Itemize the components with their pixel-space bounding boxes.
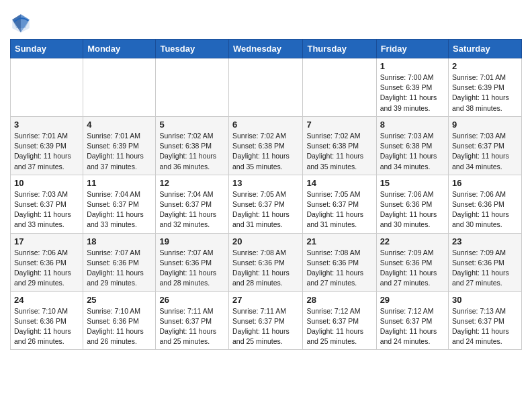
calendar-cell: 8Sunrise: 7:03 AM Sunset: 6:38 PM Daylig… — [376, 116, 448, 175]
day-number: 18 — [87, 236, 152, 246]
calendar-cell: 9Sunrise: 7:03 AM Sunset: 6:37 PM Daylig… — [449, 116, 522, 175]
day-number: 24 — [14, 295, 79, 305]
calendar-cell: 5Sunrise: 7:02 AM Sunset: 6:38 PM Daylig… — [156, 116, 229, 175]
day-number: 9 — [452, 120, 518, 130]
day-number: 17 — [14, 236, 79, 246]
day-number: 23 — [452, 236, 518, 246]
calendar-week-row: 24Sunrise: 7:10 AM Sunset: 6:36 PM Dayli… — [11, 291, 522, 350]
calendar-cell: 4Sunrise: 7:01 AM Sunset: 6:39 PM Daylig… — [83, 116, 156, 175]
calendar-week-row: 10Sunrise: 7:03 AM Sunset: 6:37 PM Dayli… — [11, 175, 522, 233]
day-number: 30 — [452, 295, 518, 305]
page: SundayMondayTuesdayWednesdayThursdayFrid… — [0, 0, 532, 360]
calendar-week-row: 1Sunrise: 7:00 AM Sunset: 6:39 PM Daylig… — [11, 58, 522, 117]
calendar-cell: 1Sunrise: 7:00 AM Sunset: 6:39 PM Daylig… — [376, 58, 448, 117]
day-number: 10 — [14, 178, 79, 188]
day-number: 27 — [232, 295, 299, 305]
calendar-cell: 11Sunrise: 7:04 AM Sunset: 6:37 PM Dayli… — [83, 175, 156, 233]
day-number: 11 — [87, 178, 152, 188]
calendar-table: SundayMondayTuesdayWednesdayThursdayFrid… — [10, 39, 522, 350]
calendar-cell: 23Sunrise: 7:09 AM Sunset: 6:36 PM Dayli… — [449, 233, 522, 291]
day-info: Sunrise: 7:06 AM Sunset: 6:36 PM Dayligh… — [380, 189, 445, 230]
calendar-cell: 13Sunrise: 7:05 AM Sunset: 6:37 PM Dayli… — [229, 175, 303, 233]
day-number: 2 — [452, 61, 518, 71]
day-info: Sunrise: 7:08 AM Sunset: 6:36 PM Dayligh… — [232, 248, 299, 289]
calendar-cell: 27Sunrise: 7:11 AM Sunset: 6:37 PM Dayli… — [229, 291, 303, 350]
day-number: 5 — [159, 120, 225, 130]
day-info: Sunrise: 7:12 AM Sunset: 6:37 PM Dayligh… — [306, 306, 372, 347]
day-number: 13 — [232, 178, 299, 188]
day-info: Sunrise: 7:03 AM Sunset: 6:37 PM Dayligh… — [14, 189, 79, 230]
calendar-cell — [303, 58, 376, 117]
weekday-header-wednesday: Wednesday — [229, 40, 303, 58]
day-info: Sunrise: 7:08 AM Sunset: 6:36 PM Dayligh… — [306, 248, 372, 289]
day-info: Sunrise: 7:06 AM Sunset: 6:36 PM Dayligh… — [452, 189, 518, 230]
day-number: 21 — [306, 236, 372, 246]
day-info: Sunrise: 7:06 AM Sunset: 6:36 PM Dayligh… — [14, 248, 79, 289]
day-info: Sunrise: 7:11 AM Sunset: 6:37 PM Dayligh… — [159, 306, 225, 347]
calendar-cell: 19Sunrise: 7:07 AM Sunset: 6:36 PM Dayli… — [156, 233, 229, 291]
calendar-cell: 26Sunrise: 7:11 AM Sunset: 6:37 PM Dayli… — [156, 291, 229, 350]
day-number: 1 — [380, 61, 445, 71]
day-info: Sunrise: 7:01 AM Sunset: 6:39 PM Dayligh… — [14, 131, 79, 172]
day-number: 16 — [452, 178, 518, 188]
calendar-cell: 12Sunrise: 7:04 AM Sunset: 6:37 PM Dayli… — [156, 175, 229, 233]
calendar-cell: 24Sunrise: 7:10 AM Sunset: 6:36 PM Dayli… — [11, 291, 83, 350]
day-info: Sunrise: 7:03 AM Sunset: 6:37 PM Dayligh… — [452, 131, 518, 172]
day-info: Sunrise: 7:02 AM Sunset: 6:38 PM Dayligh… — [306, 131, 372, 172]
day-number: 29 — [380, 295, 445, 305]
calendar-cell: 15Sunrise: 7:06 AM Sunset: 6:36 PM Dayli… — [376, 175, 448, 233]
day-number: 14 — [306, 178, 372, 188]
day-info: Sunrise: 7:10 AM Sunset: 6:36 PM Dayligh… — [14, 306, 79, 347]
calendar-cell: 22Sunrise: 7:09 AM Sunset: 6:36 PM Dayli… — [376, 233, 448, 291]
calendar-cell — [229, 58, 303, 117]
header — [10, 7, 522, 34]
weekday-header-tuesday: Tuesday — [156, 40, 229, 58]
calendar-cell: 29Sunrise: 7:12 AM Sunset: 6:37 PM Dayli… — [376, 291, 448, 350]
day-info: Sunrise: 7:02 AM Sunset: 6:38 PM Dayligh… — [159, 131, 225, 172]
calendar-cell: 17Sunrise: 7:06 AM Sunset: 6:36 PM Dayli… — [11, 233, 83, 291]
weekday-header-thursday: Thursday — [303, 40, 376, 58]
calendar-cell: 20Sunrise: 7:08 AM Sunset: 6:36 PM Dayli… — [229, 233, 303, 291]
day-number: 12 — [159, 178, 225, 188]
calendar-cell: 10Sunrise: 7:03 AM Sunset: 6:37 PM Dayli… — [11, 175, 83, 233]
calendar-cell: 7Sunrise: 7:02 AM Sunset: 6:38 PM Daylig… — [303, 116, 376, 175]
day-info: Sunrise: 7:09 AM Sunset: 6:36 PM Dayligh… — [380, 248, 445, 289]
day-number: 7 — [306, 120, 372, 130]
day-info: Sunrise: 7:12 AM Sunset: 6:37 PM Dayligh… — [380, 306, 445, 347]
day-info: Sunrise: 7:02 AM Sunset: 6:38 PM Dayligh… — [232, 131, 299, 172]
calendar-cell: 2Sunrise: 7:01 AM Sunset: 6:39 PM Daylig… — [449, 58, 522, 117]
calendar-cell — [83, 58, 156, 117]
calendar-week-row: 17Sunrise: 7:06 AM Sunset: 6:36 PM Dayli… — [11, 233, 522, 291]
calendar-week-row: 3Sunrise: 7:01 AM Sunset: 6:39 PM Daylig… — [11, 116, 522, 175]
calendar-cell: 21Sunrise: 7:08 AM Sunset: 6:36 PM Dayli… — [303, 233, 376, 291]
day-info: Sunrise: 7:13 AM Sunset: 6:37 PM Dayligh… — [452, 306, 518, 347]
logo-icon — [10, 12, 32, 34]
weekday-header-saturday: Saturday — [449, 40, 522, 58]
weekday-header-sunday: Sunday — [11, 40, 83, 58]
calendar-cell: 18Sunrise: 7:07 AM Sunset: 6:36 PM Dayli… — [83, 233, 156, 291]
calendar-cell: 30Sunrise: 7:13 AM Sunset: 6:37 PM Dayli… — [449, 291, 522, 350]
day-info: Sunrise: 7:03 AM Sunset: 6:38 PM Dayligh… — [380, 131, 445, 172]
day-number: 6 — [232, 120, 299, 130]
day-info: Sunrise: 7:07 AM Sunset: 6:36 PM Dayligh… — [87, 248, 152, 289]
day-info: Sunrise: 7:01 AM Sunset: 6:39 PM Dayligh… — [87, 131, 152, 172]
weekday-header-monday: Monday — [83, 40, 156, 58]
day-number: 19 — [159, 236, 225, 246]
day-info: Sunrise: 7:10 AM Sunset: 6:36 PM Dayligh… — [87, 306, 152, 347]
day-info: Sunrise: 7:00 AM Sunset: 6:39 PM Dayligh… — [380, 73, 445, 113]
day-number: 28 — [306, 295, 372, 305]
day-number: 22 — [380, 236, 445, 246]
day-info: Sunrise: 7:01 AM Sunset: 6:39 PM Dayligh… — [452, 73, 518, 113]
calendar-cell — [156, 58, 229, 117]
calendar-cell: 14Sunrise: 7:05 AM Sunset: 6:37 PM Dayli… — [303, 175, 376, 233]
day-info: Sunrise: 7:07 AM Sunset: 6:36 PM Dayligh… — [159, 248, 225, 289]
calendar-cell: 16Sunrise: 7:06 AM Sunset: 6:36 PM Dayli… — [449, 175, 522, 233]
day-info: Sunrise: 7:09 AM Sunset: 6:36 PM Dayligh… — [452, 248, 518, 289]
logo — [10, 12, 34, 34]
calendar-cell: 6Sunrise: 7:02 AM Sunset: 6:38 PM Daylig… — [229, 116, 303, 175]
day-info: Sunrise: 7:04 AM Sunset: 6:37 PM Dayligh… — [87, 189, 152, 230]
calendar-cell: 3Sunrise: 7:01 AM Sunset: 6:39 PM Daylig… — [11, 116, 83, 175]
day-info: Sunrise: 7:11 AM Sunset: 6:37 PM Dayligh… — [232, 306, 299, 347]
day-number: 4 — [87, 120, 152, 130]
day-number: 25 — [87, 295, 152, 305]
